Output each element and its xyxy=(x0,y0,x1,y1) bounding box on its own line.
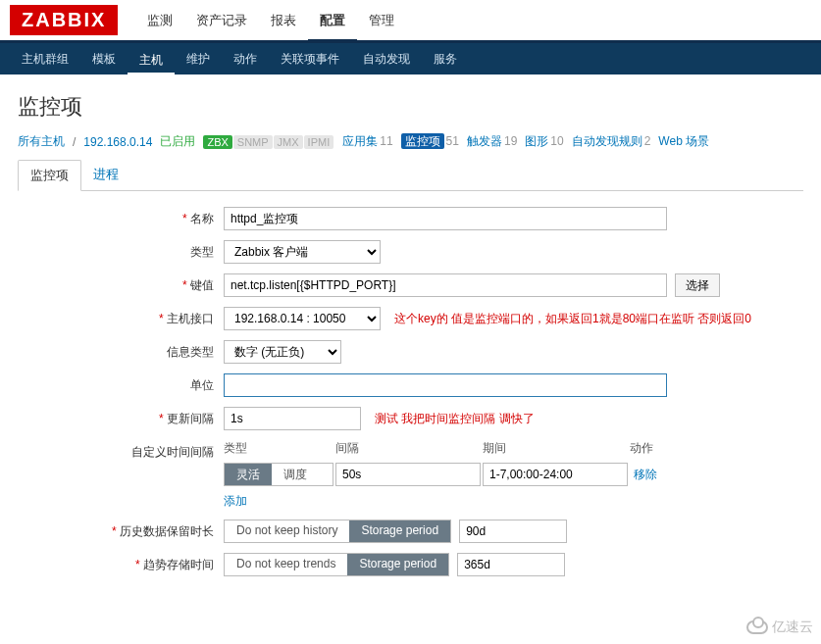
tab-process[interactable]: 进程 xyxy=(81,160,130,190)
submenu-actions[interactable]: 动作 xyxy=(222,43,269,74)
availability-badges: ZBXSNMPJMXIPMI xyxy=(203,135,334,149)
link-web-scenarios[interactable]: Web 场景 xyxy=(658,133,709,150)
logo: ZABBIX xyxy=(10,5,118,35)
link-triggers[interactable]: 触发器19 xyxy=(467,133,517,150)
item-form: 名称 类型 Zabbix 客户端 键值 选择 主机接口 192.168.0.14… xyxy=(0,191,821,625)
host-ip-link[interactable]: 192.168.0.14 xyxy=(83,135,152,149)
history-no-keep[interactable]: Do not keep history xyxy=(225,520,349,542)
interface-label: 主机接口 xyxy=(18,307,224,327)
topmenu-reports[interactable]: 报表 xyxy=(259,0,308,42)
sub-nav: 主机群组 模板 主机 维护 动作 关联项事件 自动发现 服务 xyxy=(0,43,821,74)
interval-flexible[interactable]: 灵活 xyxy=(225,464,272,485)
history-storage-period[interactable]: Storage period xyxy=(349,520,450,542)
history-segment[interactable]: Do not keep history Storage period xyxy=(224,520,451,543)
page-header: 监控项 xyxy=(0,74,821,129)
interval-value-input[interactable] xyxy=(335,463,481,486)
update-interval-label: 更新间隔 xyxy=(18,407,224,427)
host-info-row: 所有主机 / 192.168.0.14 已启用 ZBXSNMPJMXIPMI 应… xyxy=(0,129,821,152)
link-items[interactable]: 监控项51 xyxy=(401,133,459,150)
interval-scheduling[interactable]: 调度 xyxy=(272,464,319,485)
link-applications[interactable]: 应用集11 xyxy=(342,133,392,150)
link-graphs[interactable]: 图形10 xyxy=(525,133,563,150)
interval-type-segment[interactable]: 灵活 调度 xyxy=(224,463,334,486)
trends-storage-period[interactable]: Storage period xyxy=(347,554,448,575)
breadcrumb-separator: / xyxy=(73,135,76,149)
submenu-hostgroups[interactable]: 主机群组 xyxy=(10,43,80,74)
topmenu-inventory[interactable]: 资产记录 xyxy=(184,0,259,42)
watermark: 亿速云 xyxy=(746,619,813,625)
custom-interval-label: 自定义时间间隔 xyxy=(18,440,224,461)
key-input[interactable] xyxy=(224,273,667,297)
ipmi-badge: IPMI xyxy=(304,135,334,149)
all-hosts-link[interactable]: 所有主机 xyxy=(18,133,65,150)
topmenu-monitor[interactable]: 监测 xyxy=(135,0,184,42)
type-label: 类型 xyxy=(18,240,224,261)
type-select[interactable]: Zabbix 客户端 xyxy=(224,240,381,264)
key-label: 键值 xyxy=(18,273,224,294)
jmx-badge: JMX xyxy=(274,135,303,149)
trends-no-keep[interactable]: Do not keep trends xyxy=(225,554,347,575)
tab-items[interactable]: 监控项 xyxy=(18,160,81,191)
link-discovery-rules[interactable]: 自动发现规则2 xyxy=(572,133,651,150)
key-select-button[interactable]: 选择 xyxy=(675,273,720,297)
top-menu: 监测 资产记录 报表 配置 管理 xyxy=(135,0,406,42)
submenu-discovery[interactable]: 自动发现 xyxy=(351,43,422,74)
unit-input[interactable] xyxy=(224,373,667,397)
trends-segment[interactable]: Do not keep trends Storage period xyxy=(224,553,449,576)
topmenu-admin[interactable]: 管理 xyxy=(357,0,406,42)
submenu-services[interactable]: 服务 xyxy=(422,43,469,74)
trends-label: 趋势存储时间 xyxy=(18,553,224,573)
interval-remove-link[interactable]: 移除 xyxy=(628,463,663,487)
snmp-badge: SNMP xyxy=(233,135,273,149)
zbx-badge: ZBX xyxy=(203,135,231,149)
page-title: 监控项 xyxy=(18,92,803,122)
interval-period-input[interactable] xyxy=(483,463,628,486)
update-interval-input[interactable] xyxy=(224,407,361,430)
status-enabled: 已启用 xyxy=(160,133,195,150)
history-label: 历史数据保留时长 xyxy=(18,520,224,540)
name-input[interactable] xyxy=(224,207,667,230)
cloud-icon xyxy=(746,620,768,625)
name-label: 名称 xyxy=(18,207,224,227)
key-annotation: 这个key的 值是监控端口的，如果返回1就是80端口在监听 否则返回0 xyxy=(394,311,751,327)
interval-annotation: 测试 我把时间监控间隔 调快了 xyxy=(375,411,535,427)
submenu-correlation[interactable]: 关联项事件 xyxy=(269,43,351,74)
history-value-input[interactable] xyxy=(459,520,567,543)
interval-add-link[interactable]: 添加 xyxy=(224,490,253,512)
tab-row: 监控项 进程 xyxy=(18,160,803,191)
custom-interval-header: 类型 间隔 期间 动作 xyxy=(224,440,669,457)
submenu-hosts[interactable]: 主机 xyxy=(128,44,175,75)
submenu-maintenance[interactable]: 维护 xyxy=(175,43,222,74)
trends-value-input[interactable] xyxy=(457,553,565,576)
unit-label: 单位 xyxy=(18,373,224,394)
interface-select[interactable]: 192.168.0.14 : 10050 xyxy=(224,307,381,330)
submenu-templates[interactable]: 模板 xyxy=(80,43,128,74)
info-type-label: 信息类型 xyxy=(18,340,224,361)
topmenu-config[interactable]: 配置 xyxy=(308,0,357,42)
top-nav: ZABBIX 监测 资产记录 报表 配置 管理 xyxy=(0,0,821,43)
info-type-select[interactable]: 数字 (无正负) xyxy=(224,340,341,364)
